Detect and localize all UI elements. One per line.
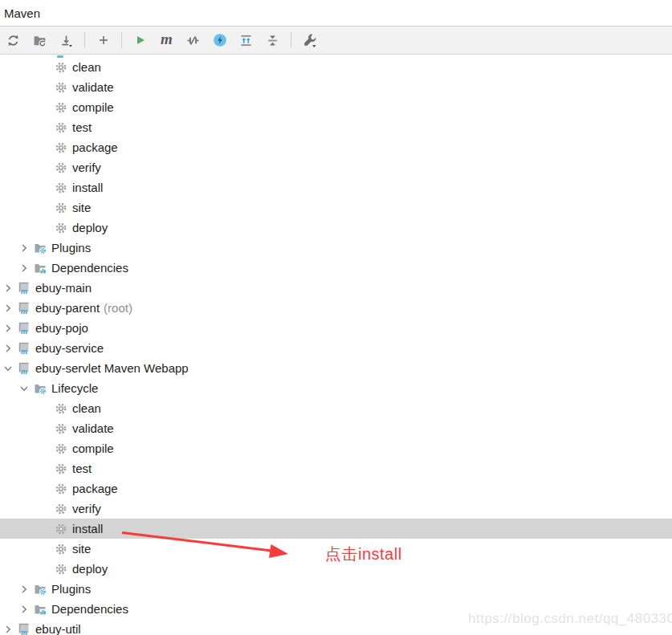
- tree-row-ebuy-pojo[interactable]: m ebuy-pojo: [0, 318, 672, 338]
- chevron-right-icon[interactable]: [18, 242, 31, 254]
- tree-item-label: validate: [72, 80, 114, 94]
- tree-row-lifecycle[interactable]: Lifecycle: [0, 378, 672, 398]
- tree-row-dependencies[interactable]: Dependencies: [0, 258, 672, 278]
- maven-settings-button[interactable]: [299, 31, 320, 50]
- chevron-right-icon[interactable]: [18, 603, 31, 616]
- tree-item-label: deploy: [72, 562, 108, 576]
- module-icon: m: [18, 342, 31, 355]
- deps-icon: [34, 603, 47, 616]
- module-icon: m: [18, 282, 31, 295]
- tree-item-suffix: (root): [104, 301, 132, 315]
- svg-text:m: m: [21, 287, 27, 295]
- chevron-icon: [39, 422, 51, 435]
- tree-row-verify[interactable]: verify: [0, 499, 672, 519]
- gear-icon: [55, 482, 67, 495]
- collapse-all-icon: [266, 34, 279, 47]
- tree-item-label: Plugins: [51, 582, 91, 596]
- offline-mode-toggle[interactable]: [209, 31, 230, 50]
- module-icon: m: [18, 322, 31, 335]
- tree-row-ebuy-parent[interactable]: m ebuy-parent (root): [0, 298, 672, 318]
- tree-item-label: ebuy-parent: [35, 301, 100, 315]
- folder-gear-icon: [34, 382, 47, 395]
- chevron-icon: [39, 563, 51, 576]
- add-maven-project-button[interactable]: [92, 31, 114, 50]
- gear-icon: [55, 101, 67, 114]
- chevron-down-icon[interactable]: [2, 362, 14, 375]
- tree-item-label: test: [72, 120, 92, 134]
- download-icon: [59, 34, 73, 47]
- skip-tests-toggle[interactable]: [182, 31, 204, 50]
- chevron-icon: [39, 442, 51, 455]
- tree-row-clean[interactable]: clean: [0, 398, 672, 418]
- gear-icon: [55, 503, 67, 515]
- collapse-all-button[interactable]: [262, 31, 283, 50]
- folder-gear-icon: [34, 242, 47, 254]
- tree-item-label: Dependencies: [51, 602, 128, 616]
- expand-all-button[interactable]: [235, 31, 257, 50]
- maven-m-icon: m: [161, 31, 173, 47]
- tree-item-label: package: [72, 482, 118, 495]
- tree-row-ebuy-main[interactable]: m ebuy-main: [0, 278, 672, 298]
- tree-row-compile[interactable]: compile: [0, 97, 672, 117]
- deps-icon: [34, 262, 47, 275]
- annotation-text: 点击install: [325, 543, 402, 565]
- chevron-right-icon[interactable]: [2, 322, 14, 335]
- tree-row-plugins[interactable]: Plugins: [0, 579, 672, 599]
- tree-row-package[interactable]: package: [0, 478, 672, 499]
- gear-icon: [55, 121, 67, 134]
- tree-row-test[interactable]: test: [0, 117, 672, 137]
- tree-row-validate[interactable]: validate: [0, 77, 672, 97]
- tree-row-package[interactable]: package: [0, 137, 672, 157]
- tree-row-test[interactable]: test: [0, 458, 672, 478]
- svg-text:m: m: [21, 628, 27, 635]
- clipped-icon-fragment: [57, 55, 63, 58]
- tree-row-install[interactable]: install: [0, 177, 672, 197]
- gear-icon: [55, 543, 67, 556]
- download-sources-button[interactable]: [55, 31, 77, 50]
- svg-text:m: m: [21, 327, 27, 335]
- chevron-right-icon[interactable]: [2, 302, 14, 315]
- chevron-icon: [39, 462, 51, 475]
- generate-sources-button[interactable]: [29, 31, 51, 50]
- tree-item-label: test: [72, 462, 92, 475]
- gear-icon: [55, 81, 67, 94]
- tree-row-clean[interactable]: clean: [0, 57, 672, 77]
- run-icon: [134, 34, 147, 47]
- tree-row-plugins[interactable]: Plugins: [0, 238, 672, 258]
- reload-projects-button[interactable]: [2, 31, 24, 50]
- chevron-icon: [39, 523, 51, 535]
- module-icon: m: [18, 362, 31, 375]
- gear-icon: [55, 462, 67, 475]
- tree-row-validate[interactable]: validate: [0, 418, 672, 438]
- chevron-right-icon[interactable]: [2, 342, 14, 355]
- tree-item-label: compile: [72, 100, 114, 114]
- tree-row-ebuy-service[interactable]: m ebuy-service: [0, 338, 672, 358]
- chevron-icon: [39, 482, 51, 495]
- chevron-right-icon[interactable]: [2, 282, 14, 295]
- chevron-right-icon[interactable]: [18, 583, 31, 596]
- tree-row-ebuy-servlet-maven-webapp[interactable]: m ebuy-servlet Maven Webapp: [0, 358, 672, 378]
- tree-row-site[interactable]: site: [0, 197, 672, 218]
- chevron-right-icon[interactable]: [18, 262, 31, 275]
- tree-item-label: verify: [72, 161, 101, 174]
- run-maven-build-button[interactable]: [129, 31, 151, 50]
- expand-all-icon: [239, 34, 253, 47]
- execute-maven-goal-button[interactable]: m: [156, 31, 177, 50]
- skip-tests-icon: [186, 34, 200, 47]
- tree-row-deploy[interactable]: deploy: [0, 218, 672, 238]
- maven-toolbar: m: [0, 26, 672, 55]
- tree-row-install[interactable]: install: [0, 519, 672, 539]
- chevron-down-icon[interactable]: [18, 382, 31, 395]
- gear-icon: [55, 141, 67, 154]
- tree-item-label: install: [72, 181, 103, 194]
- tree-row-compile[interactable]: compile: [0, 438, 672, 458]
- gear-icon: [55, 422, 67, 435]
- chevron-icon: [39, 61, 51, 74]
- folder-refresh-icon: [33, 34, 47, 47]
- module-icon: m: [18, 623, 31, 635]
- chevron-icon: [39, 81, 51, 94]
- tree-item-label: ebuy-service: [35, 341, 104, 355]
- chevron-right-icon[interactable]: [2, 623, 14, 635]
- tree-row-verify[interactable]: verify: [0, 157, 672, 177]
- gear-icon: [55, 442, 67, 455]
